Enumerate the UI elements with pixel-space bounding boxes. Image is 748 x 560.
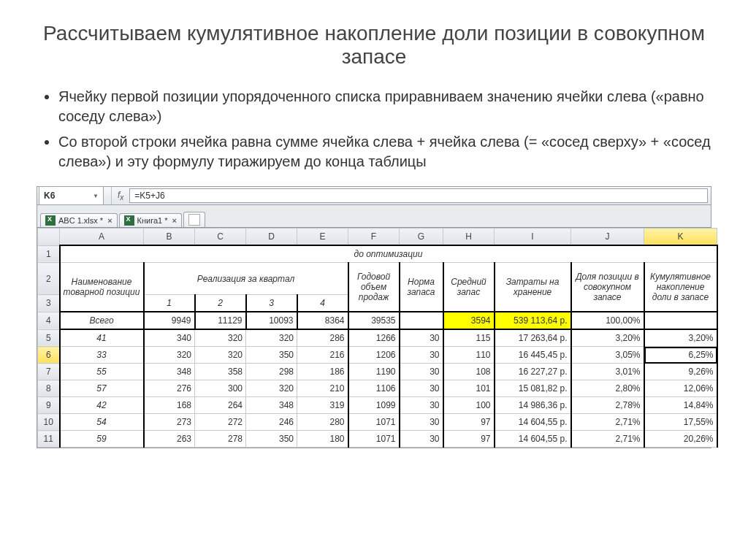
row-header[interactable]: 1 xyxy=(38,245,60,263)
cell[interactable]: 20,26% xyxy=(644,431,717,448)
cell[interactable]: 180 xyxy=(297,431,348,448)
cell[interactable]: Всего xyxy=(60,312,144,329)
close-icon[interactable]: × xyxy=(107,216,112,225)
cell[interactable]: 30 xyxy=(400,329,443,347)
cell[interactable]: 15 081,82 р. xyxy=(495,380,571,397)
cell[interactable]: 59 xyxy=(60,431,144,448)
row-header[interactable]: 5 xyxy=(38,329,60,347)
cell[interactable]: 1266 xyxy=(348,329,400,347)
cell[interactable]: 1071 xyxy=(348,431,400,448)
new-tab[interactable] xyxy=(183,212,205,227)
cell[interactable]: 358 xyxy=(195,364,246,380)
cell[interactable]: 14,84% xyxy=(644,397,717,414)
cell[interactable]: 30 xyxy=(400,431,443,448)
cell[interactable]: 100,00% xyxy=(571,312,644,329)
name-box[interactable]: K6 ▼ xyxy=(39,186,104,205)
cell[interactable]: 320 xyxy=(246,380,297,397)
cell[interactable]: Реализация за квартал xyxy=(144,263,348,295)
col-header[interactable]: K xyxy=(644,229,717,246)
cell[interactable]: 168 xyxy=(144,397,195,414)
cell[interactable]: 3,20% xyxy=(644,329,717,347)
cell[interactable]: 30 xyxy=(400,364,443,380)
cell[interactable]: 41 xyxy=(60,329,144,347)
cell[interactable]: 16 227,27 р. xyxy=(495,364,571,380)
col-header[interactable]: D xyxy=(246,229,297,246)
cell[interactable]: 348 xyxy=(144,364,195,380)
row-header[interactable]: 9 xyxy=(38,397,60,414)
col-header[interactable]: G xyxy=(400,229,443,246)
cell[interactable]: 115 xyxy=(443,329,495,347)
cell[interactable]: 348 xyxy=(246,397,297,414)
cell[interactable]: до оптимизации xyxy=(60,245,717,263)
cell[interactable]: 350 xyxy=(246,431,297,448)
cell[interactable]: 97 xyxy=(443,414,495,431)
cell[interactable]: 14 604,55 р. xyxy=(495,431,571,448)
cell[interactable]: Средний запас xyxy=(443,263,495,312)
cell[interactable]: 30 xyxy=(400,397,443,414)
row-header[interactable]: 8 xyxy=(38,380,60,397)
cell[interactable]: 1106 xyxy=(348,380,400,397)
cell[interactable]: 3 xyxy=(246,295,297,312)
cell[interactable]: 216 xyxy=(297,347,348,364)
col-header[interactable]: J xyxy=(571,229,644,246)
cell[interactable]: 12,06% xyxy=(644,380,717,397)
cell[interactable]: 320 xyxy=(195,329,246,347)
cell[interactable]: 319 xyxy=(297,397,348,414)
cell[interactable]: 263 xyxy=(144,431,195,448)
cell[interactable]: 300 xyxy=(195,380,246,397)
cell[interactable]: 320 xyxy=(144,347,195,364)
cell[interactable]: 3,05% xyxy=(571,347,644,364)
cell[interactable]: 30 xyxy=(400,380,443,397)
cell[interactable]: 2,78% xyxy=(571,397,644,414)
workbook-tab[interactable]: ABC 1.xlsx *× xyxy=(40,213,118,227)
cell[interactable] xyxy=(400,312,443,329)
cell[interactable]: 33 xyxy=(60,347,144,364)
cell[interactable]: 2,71% xyxy=(571,414,644,431)
cell[interactable]: 286 xyxy=(297,329,348,347)
cell[interactable]: 264 xyxy=(195,397,246,414)
col-header[interactable]: C xyxy=(195,229,246,246)
cell[interactable]: 9,26% xyxy=(644,364,717,380)
row-header[interactable]: 11 xyxy=(38,431,60,448)
cell[interactable]: 2,80% xyxy=(571,380,644,397)
cell[interactable]: 42 xyxy=(60,397,144,414)
cell[interactable]: Наименование товарной позиции xyxy=(60,263,144,312)
cell[interactable]: 340 xyxy=(144,329,195,347)
cell[interactable]: Затраты на хранение xyxy=(495,263,571,312)
cell[interactable]: 14 604,55 р. xyxy=(495,414,571,431)
cell[interactable]: 8364 xyxy=(297,312,348,329)
row-header[interactable]: 4 xyxy=(38,312,60,329)
col-header[interactable]: F xyxy=(348,229,400,246)
col-header[interactable]: H xyxy=(443,229,495,246)
cell[interactable]: 298 xyxy=(246,364,297,380)
cell[interactable]: 97 xyxy=(443,431,495,448)
cell[interactable]: 246 xyxy=(246,414,297,431)
cell[interactable]: 320 xyxy=(246,329,297,347)
cell[interactable]: 280 xyxy=(297,414,348,431)
cell[interactable]: 350 xyxy=(246,347,297,364)
cell[interactable]: 1 xyxy=(144,295,195,312)
cell[interactable]: 3,01% xyxy=(571,364,644,380)
cell[interactable]: 210 xyxy=(297,380,348,397)
fx-label[interactable]: fx xyxy=(112,190,129,202)
cell[interactable]: 320 xyxy=(195,347,246,364)
select-all-corner[interactable] xyxy=(38,229,60,246)
cell[interactable]: 16 445,45 р. xyxy=(495,347,571,364)
cell[interactable]: Норма запаса xyxy=(400,263,443,312)
col-header[interactable]: B xyxy=(144,229,195,246)
cell[interactable]: 39535 xyxy=(348,312,400,329)
spreadsheet-grid[interactable]: A B C D E F G H I J K 1 до оптимизации 2… xyxy=(37,228,718,448)
cell[interactable]: 55 xyxy=(60,364,144,380)
cell[interactable]: Кумулятивное накопление доли в запасе xyxy=(644,263,717,312)
col-header[interactable]: I xyxy=(495,229,571,246)
col-header[interactable]: E xyxy=(297,229,348,246)
formula-input[interactable]: =K5+J6 xyxy=(129,188,708,203)
cell[interactable]: 539 113,64 р. xyxy=(495,312,571,329)
cell[interactable]: 273 xyxy=(144,414,195,431)
row-header[interactable]: 7 xyxy=(38,364,60,380)
cell[interactable]: 110 xyxy=(443,347,495,364)
dropdown-icon[interactable]: ▼ xyxy=(93,193,99,199)
col-header[interactable]: A xyxy=(60,229,144,246)
close-icon[interactable]: × xyxy=(172,216,177,225)
cell[interactable]: 17,55% xyxy=(644,414,717,431)
